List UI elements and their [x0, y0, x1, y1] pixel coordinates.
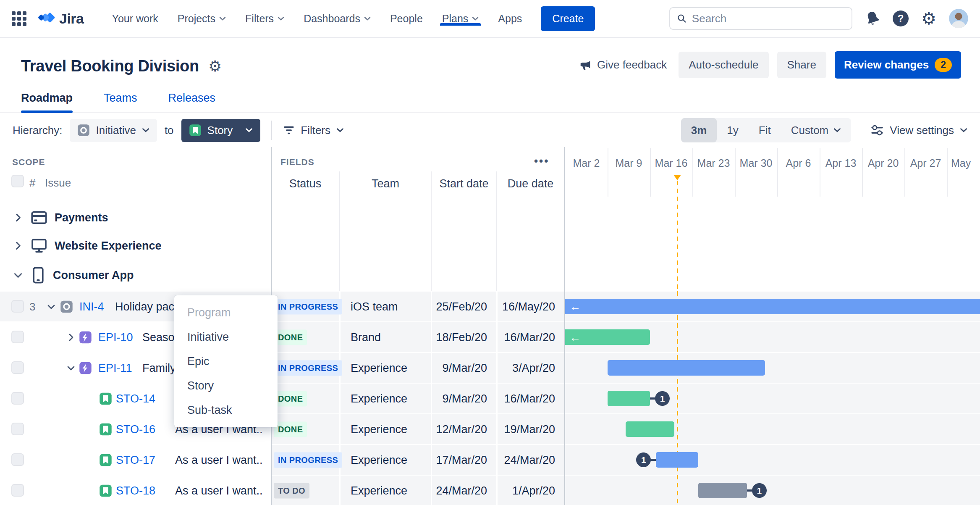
team-cell[interactable]: Experience: [351, 484, 407, 497]
issue-key-link[interactable]: STO-14: [116, 392, 155, 405]
issue-row-sto-17[interactable]: STO-17 As a user I want.. IN PROGRESS Ex…: [0, 445, 980, 475]
chevron-down-icon[interactable]: [13, 270, 24, 281]
tab-releases[interactable]: Releases: [168, 92, 216, 113]
zoom-3m-button[interactable]: 3m: [681, 118, 717, 142]
row-checkbox[interactable]: [11, 423, 24, 435]
nav-item-dashboards[interactable]: Dashboards: [294, 13, 380, 25]
app-switcher-icon[interactable]: [12, 11, 26, 26]
team-cell[interactable]: Experience: [351, 392, 407, 405]
issue-row-sto-14[interactable]: STO-14 As a user I want.. DONE Experienc…: [0, 383, 980, 414]
nav-item-plans[interactable]: Plans: [432, 13, 489, 25]
due-date-cell[interactable]: 16/Mar/20: [500, 392, 555, 405]
issue-summary[interactable]: As a user I want..: [175, 453, 263, 466]
share-button[interactable]: Share: [777, 52, 826, 78]
jira-logo[interactable]: Jira: [37, 10, 84, 27]
team-cell[interactable]: Experience: [351, 361, 407, 374]
due-date-cell[interactable]: 24/Mar/20: [500, 453, 555, 466]
group-row-consumer-app[interactable]: Consumer App: [0, 261, 269, 289]
issue-key-link[interactable]: EPI-10: [98, 331, 133, 344]
gantt-bar[interactable]: [656, 452, 698, 468]
status-badge[interactable]: DONE: [274, 391, 307, 406]
row-checkbox[interactable]: [11, 453, 24, 466]
issue-summary[interactable]: As a user I want..: [175, 484, 263, 497]
chevron-down-icon[interactable]: [66, 363, 76, 373]
nav-item-filters[interactable]: Filters: [236, 13, 294, 25]
zoom-custom-dropdown[interactable]: Custom: [781, 118, 852, 142]
start-date-cell[interactable]: 24/Mar/20: [435, 484, 487, 497]
user-avatar[interactable]: [949, 9, 968, 28]
group-row-website-experience[interactable]: Website Experience: [0, 231, 269, 260]
issue-row-ini-4[interactable]: 3 INI-4 Holiday packages IN PROGRESS iOS…: [0, 291, 980, 322]
chevron-right-icon[interactable]: [66, 332, 76, 342]
view-settings-button[interactable]: View settings: [870, 124, 967, 137]
fields-chart-divider[interactable]: [564, 147, 565, 505]
gantt-bar[interactable]: [608, 360, 765, 376]
fields-more-button[interactable]: •••: [534, 155, 549, 168]
due-date-cell[interactable]: 19/Mar/20: [500, 423, 555, 436]
status-badge[interactable]: DONE: [274, 421, 307, 437]
filters-button[interactable]: Filters: [283, 124, 344, 137]
zoom-1y-button[interactable]: 1y: [717, 118, 748, 142]
team-cell[interactable]: Experience: [351, 453, 407, 466]
start-date-cell[interactable]: 25/Feb/20: [435, 300, 487, 313]
nav-item-your-work[interactable]: Your work: [102, 13, 168, 25]
issue-key-link[interactable]: STO-17: [116, 453, 155, 466]
tab-roadmap[interactable]: Roadmap: [21, 92, 73, 113]
issue-key-link[interactable]: STO-18: [116, 484, 155, 497]
notifications-bell-icon[interactable]: [865, 11, 880, 26]
start-date-cell[interactable]: 9/Mar/20: [435, 392, 487, 405]
row-checkbox[interactable]: [11, 331, 24, 343]
due-date-cell[interactable]: 3/Apr/20: [500, 361, 555, 374]
help-icon[interactable]: ?: [893, 11, 909, 26]
due-date-column-header[interactable]: Due date: [497, 177, 564, 190]
chevron-right-icon[interactable]: [13, 212, 24, 223]
row-checkbox[interactable]: [11, 300, 24, 313]
issue-row-sto-16[interactable]: STO-16 As a user I want.. DONE Experienc…: [0, 414, 980, 445]
gantt-bar[interactable]: ←: [565, 329, 650, 345]
search-input[interactable]: [692, 12, 845, 25]
tab-teams[interactable]: Teams: [104, 92, 137, 113]
dropdown-item-epic[interactable]: Epic: [174, 349, 278, 373]
dropdown-item-initiative[interactable]: Initiative: [174, 325, 278, 349]
create-button[interactable]: Create: [541, 6, 595, 31]
dropdown-item-story[interactable]: Story: [174, 373, 278, 398]
team-cell[interactable]: Brand: [351, 331, 381, 344]
issue-row-epi-11[interactable]: EPI-11 Family holidays IN PROGRESS Exper…: [0, 352, 980, 383]
status-badge[interactable]: IN PROGRESS: [274, 360, 342, 376]
search-box[interactable]: [669, 7, 852, 30]
due-date-cell[interactable]: 16/May/20: [500, 300, 555, 313]
status-column-header[interactable]: Status: [271, 177, 340, 190]
gantt-bar[interactable]: [698, 483, 747, 498]
row-checkbox[interactable]: [11, 361, 24, 374]
dependency-count-badge[interactable]: 1: [752, 483, 767, 498]
gantt-bar[interactable]: [626, 421, 674, 437]
status-badge[interactable]: IN PROGRESS: [274, 452, 342, 468]
start-date-column-header[interactable]: Start date: [431, 177, 497, 190]
issue-row-epi-10[interactable]: EPI-10 Seasonal pack DONE Brand 18/Feb/2…: [0, 322, 980, 352]
zoom-fit-button[interactable]: Fit: [749, 118, 781, 142]
team-cell[interactable]: iOS team: [351, 300, 398, 313]
start-date-cell[interactable]: 17/Mar/20: [435, 453, 487, 466]
issue-key-link[interactable]: INI-4: [79, 300, 104, 313]
team-cell[interactable]: Experience: [351, 423, 407, 436]
chevron-right-icon[interactable]: [13, 240, 24, 251]
hierarchy-to-dropdown[interactable]: Story: [181, 119, 261, 142]
issue-key-link[interactable]: EPI-11: [98, 361, 132, 374]
select-all-checkbox[interactable]: [11, 175, 24, 187]
dropdown-item-sub-task[interactable]: Sub-task: [174, 398, 278, 422]
review-changes-button[interactable]: Review changes 2: [835, 51, 961, 79]
start-date-cell[interactable]: 18/Feb/20: [435, 331, 487, 344]
nav-item-projects[interactable]: Projects: [168, 13, 236, 25]
status-badge[interactable]: IN PROGRESS: [274, 299, 342, 314]
status-badge[interactable]: TO DO: [274, 483, 309, 498]
plan-settings-gear-icon[interactable]: ⚙: [208, 59, 222, 74]
give-feedback-button[interactable]: Give feedback: [575, 58, 670, 71]
issue-row-sto-18[interactable]: STO-18 As a user I want.. TO DO Experien…: [0, 475, 980, 505]
start-date-cell[interactable]: 9/Mar/20: [435, 361, 487, 374]
hierarchy-from-dropdown[interactable]: Initiative: [70, 119, 157, 142]
row-checkbox[interactable]: [11, 392, 24, 405]
issue-key-link[interactable]: STO-16: [116, 423, 155, 436]
dependency-count-badge[interactable]: 1: [636, 452, 651, 467]
dropdown-item-program[interactable]: Program: [174, 300, 278, 325]
nav-item-apps[interactable]: Apps: [488, 13, 532, 25]
